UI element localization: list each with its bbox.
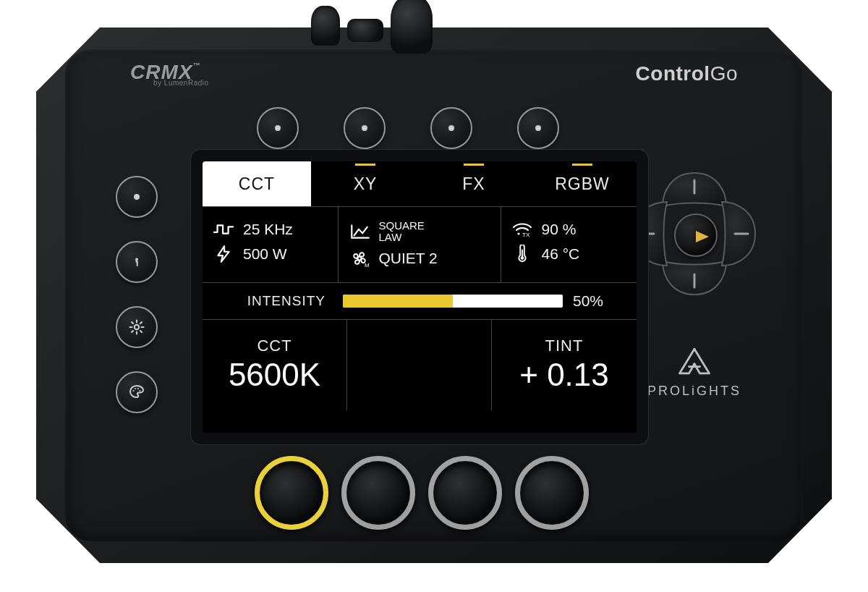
crmx-logo: CRMX™ by LumenRadio: [130, 62, 209, 87]
display-screen: CCT XY FX RGBW 25 KHz: [203, 161, 637, 433]
svg-text:M: M: [365, 262, 370, 268]
side-button-settings[interactable]: [116, 306, 158, 348]
svg-point-3: [135, 388, 136, 389]
softkey-top-2[interactable]: [344, 107, 386, 149]
param-cct[interactable]: CCT 5600K: [203, 320, 347, 410]
tab-indicator: [464, 164, 484, 166]
svg-point-2: [133, 390, 135, 392]
palette-icon: [128, 384, 145, 401]
param-cct-label: CCT: [257, 337, 292, 355]
softkey-top-4[interactable]: [517, 107, 559, 149]
info-icon: [128, 253, 145, 271]
svg-text:TX: TX: [522, 232, 530, 238]
dpad-center-button[interactable]: [674, 213, 718, 257]
tab-fx[interactable]: FX: [420, 161, 528, 206]
thermometer-icon: [511, 245, 533, 263]
dot-icon: [535, 125, 541, 131]
dpad-up[interactable]: [665, 169, 723, 208]
tab-cct[interactable]: CCT: [203, 161, 311, 206]
status-col-1: 25 KHz 500 W: [203, 207, 339, 282]
status-grid: 25 KHz 500 W SQUARELAW: [203, 206, 637, 282]
tab-label: CCT: [239, 174, 275, 194]
status-col-2: SQUARELAW M QUIET 2: [339, 207, 501, 282]
power-bolt-icon: [213, 245, 234, 263]
intensity-percent: 50%: [573, 292, 624, 310]
tab-label: XY: [354, 174, 378, 194]
device-chassis: CRMX™ by LumenRadio ControlGo: [36, 28, 832, 563]
gear-icon: [128, 318, 145, 336]
curve-chart-icon: [349, 222, 370, 241]
wifi-percent-value: 90 %: [542, 221, 576, 238]
svg-point-1: [135, 325, 139, 329]
intensity-bar[interactable]: [343, 295, 563, 308]
softkey-top-3[interactable]: [430, 107, 472, 149]
wifi-tx-icon: TX: [511, 220, 533, 239]
svg-point-12: [517, 232, 519, 234]
temperature-value: 46 °C: [542, 245, 580, 263]
status-col-3: TX 90 % 46 °C: [501, 207, 637, 282]
encoder-4[interactable]: [521, 462, 583, 524]
pwm-wave-icon: [213, 220, 234, 239]
tab-indicator: [572, 164, 592, 166]
dot-icon: [275, 125, 281, 131]
encoder-1[interactable]: [260, 462, 323, 524]
intensity-row: INTENSITY 50%: [203, 282, 637, 320]
param-tint-label: TINT: [545, 337, 584, 355]
power-value: 500 W: [243, 245, 287, 263]
tab-rgbw[interactable]: RGBW: [528, 161, 637, 206]
dot-icon: [448, 125, 454, 131]
dpad-right[interactable]: [720, 205, 760, 263]
side-button-info[interactable]: [116, 241, 158, 283]
param-tint-value: + 0.13: [519, 357, 609, 393]
encoder-2[interactable]: [347, 462, 409, 524]
intensity-label: INTENSITY: [203, 293, 333, 309]
tab-label: FX: [462, 174, 485, 194]
svg-point-5: [140, 390, 141, 392]
top-connector-1: [311, 6, 340, 46]
softkey-top-1[interactable]: [257, 107, 299, 149]
curve-value: SQUARELAW: [379, 220, 425, 243]
dpad-down[interactable]: [665, 259, 723, 299]
pwm-freq-value: 25 KHz: [243, 221, 293, 238]
param-empty: [347, 320, 492, 410]
svg-point-4: [137, 388, 139, 389]
fan-mode-value: QUIET 2: [379, 250, 438, 267]
dot-icon: [362, 125, 367, 131]
side-button-palette[interactable]: [116, 371, 158, 413]
side-button-generic[interactable]: [116, 176, 158, 218]
tab-indicator: [355, 164, 375, 166]
prolights-logo: PROLiGHTS: [640, 346, 749, 399]
parameter-row: CCT 5600K TINT + 0.13: [203, 320, 637, 410]
top-connector-2: [347, 19, 383, 42]
param-tint[interactable]: TINT + 0.13: [492, 320, 637, 410]
param-cct-value: 5600K: [229, 357, 320, 393]
fan-icon: M: [349, 249, 370, 268]
tab-xy[interactable]: XY: [311, 161, 420, 206]
tab-label: RGBW: [555, 174, 610, 194]
top-connector-antenna: [391, 0, 433, 54]
encoder-3[interactable]: [434, 462, 496, 524]
dpad: [629, 169, 760, 299]
mode-tabs: CCT XY FX RGBW: [203, 161, 637, 206]
product-name: ControlGo: [636, 62, 738, 85]
intensity-fill: [343, 295, 453, 308]
dot-icon: [134, 194, 140, 200]
